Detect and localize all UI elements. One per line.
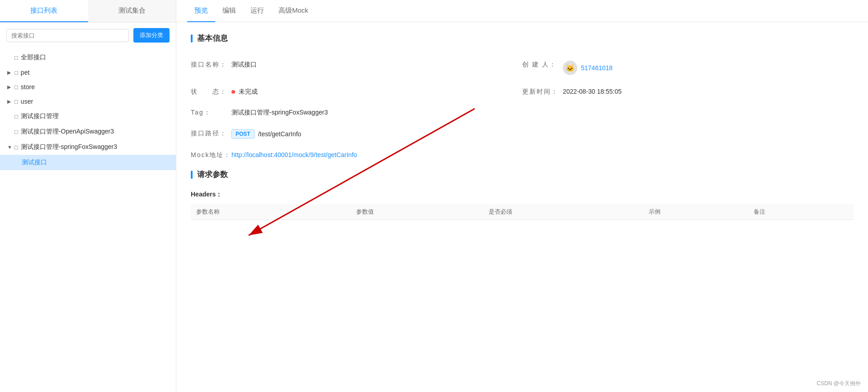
tree-item-store[interactable]: ▶ □ store [0,80,176,94]
update-time-row: 更新时间： 2022-08-30 18:55:05 [522,81,854,102]
path-row: 接口路径： POST /test/getCarInfo [191,123,854,145]
status-value: 未完成 [231,88,258,96]
status-dot [231,90,235,94]
tree-label: store [21,83,35,91]
basic-info-title: 基本信息 [191,33,854,43]
tree-item-test-openapi[interactable]: □ 测试接口管理-OpenApiSwagger3 [0,124,176,139]
tree-arrow: ▶ [7,99,14,105]
col-header-required: 是否必须 [483,204,643,220]
main-tab-bar: 预览 编辑 运行 高级Mock [176,0,868,22]
tree-item-test-api[interactable]: 测试接口 [0,155,176,170]
tag-value: 测试接口管理-springFoxSwagger3 [231,109,328,117]
creator-name: 517461018 [581,64,613,72]
params-table: 参数名称 参数值 是否必须 示例 备注 [191,204,854,220]
method-badge: POST [231,129,255,139]
tab-preview[interactable]: 预览 [187,0,215,22]
folder-icon: □ [14,129,18,135]
tab-edit[interactable]: 编辑 [215,0,243,22]
search-input[interactable] [6,29,129,42]
api-name-row: 接口名称： 测试接口 [191,54,522,81]
col-header-value: 参数值 [351,204,483,220]
tree-item-test-mgmt[interactable]: □ 测试接口管理 [0,109,176,124]
api-name-value: 测试接口 [231,61,257,69]
update-time-label: 更新时间： [522,88,563,96]
tab-test-collection[interactable]: 测试集合 [88,0,176,22]
mock-row: Mock地址： http://localhost:40001/mock/9/te… [191,145,854,166]
tree-label: 测试接口管理-OpenApiSwagger3 [21,128,114,136]
headers-label: Headers： [191,191,854,199]
tree-label: 测试接口管理-springFoxSwagger3 [21,143,117,151]
col-header-example: 示例 [643,204,749,220]
folder-icon: □ [14,144,18,151]
folder-icon: □ [14,54,18,61]
folder-icon: □ [14,113,18,120]
tab-run[interactable]: 运行 [243,0,271,22]
creator-value: 🐱 517461018 [563,61,613,75]
creator-label: 创 建 人： [522,61,563,69]
main-body: 基本信息 接口名称： 测试接口 创 建 人： 🐱 517461018 状 态： … [176,22,868,392]
params-section: 请求参数 Headers： 参数名称 参数值 是否必须 示例 备注 [191,169,854,220]
tab-advanced-mock[interactable]: 高级Mock [271,0,316,22]
tree-label: 全部接口 [21,53,46,62]
mock-label: Mock地址： [191,151,231,159]
sidebar-tree: □ 全部接口 ▶ □ pet ▶ □ store ▶ □ user □ 测试接口… [0,48,176,392]
main-content: 预览 编辑 运行 高级Mock 基本信息 接口名称： 测试接口 创 建 人： 🐱… [176,0,868,392]
basic-info-grid: 接口名称： 测试接口 创 建 人： 🐱 517461018 状 态： 未完成 [191,54,854,166]
status-row: 状 态： 未完成 [191,81,522,102]
col-header-note: 备注 [748,204,854,220]
col-header-name: 参数名称 [191,204,351,220]
tab-api-list[interactable]: 接口列表 [0,0,88,22]
folder-icon: □ [14,84,18,91]
tree-label: 测试接口管理 [21,112,59,120]
path-value: POST /test/getCarInfo [231,129,301,139]
avatar: 🐱 [563,61,577,75]
path-text: /test/getCarInfo [258,130,302,138]
folder-icon: □ [14,98,18,105]
sidebar-tab-bar: 接口列表 测试集合 [0,0,176,23]
status-label: 状 态： [191,88,231,96]
tag-label: Tag： [191,109,231,117]
tree-item-user[interactable]: ▶ □ user [0,94,176,109]
tag-row: Tag： 测试接口管理-springFoxSwagger3 [191,102,854,123]
sidebar-search-area: 添加分类 [0,23,176,48]
path-label: 接口路径： [191,129,231,138]
tree-label: pet [21,69,29,76]
tree-arrow: ▶ [7,84,14,90]
mock-url[interactable]: http://localhost:40001/mock/9/test/getCa… [231,151,357,158]
api-name-label: 接口名称： [191,61,231,69]
update-time-value: 2022-08-30 18:55:05 [563,88,622,95]
folder-icon: □ [14,69,18,76]
tree-item-all[interactable]: □ 全部接口 [0,50,176,65]
params-title: 请求参数 [191,169,854,180]
creator-row: 创 建 人： 🐱 517461018 [522,54,854,81]
sidebar: 接口列表 测试集合 添加分类 □ 全部接口 ▶ □ pet ▶ □ store … [0,0,176,392]
tree-label: 测试接口 [22,158,47,167]
tree-item-pet[interactable]: ▶ □ pet [0,65,176,80]
tree-item-test-springfox[interactable]: ▼ □ 测试接口管理-springFoxSwagger3 [0,139,176,155]
tree-label: user [21,98,33,105]
tree-arrow: ▶ [7,70,14,76]
status-text: 未完成 [239,88,258,96]
add-category-button[interactable]: 添加分类 [133,28,170,43]
tree-arrow: ▼ [7,144,14,150]
